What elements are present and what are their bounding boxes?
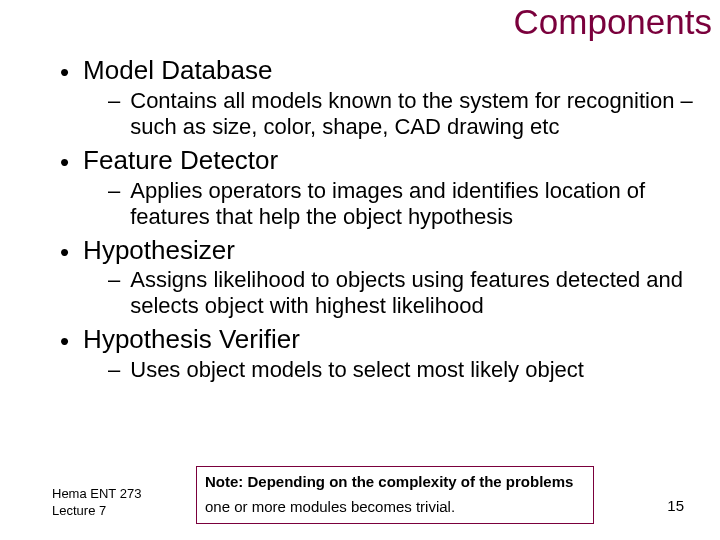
bullet-heading: Model Database	[83, 56, 272, 86]
sub-bullet-item: – Applies operators to images and identi…	[108, 178, 700, 230]
bullet-marker: •	[60, 149, 69, 175]
bullet-heading: Hypothesizer	[83, 236, 235, 266]
bullet-marker: •	[60, 59, 69, 85]
sub-text: Contains all models known to the system …	[130, 88, 700, 140]
bullet-item: • Model Database	[52, 56, 700, 86]
footer-author: Hema ENT 273	[52, 485, 141, 503]
bullet-heading: Feature Detector	[83, 146, 278, 176]
bullet-marker: •	[60, 239, 69, 265]
bullet-marker: •	[60, 328, 69, 354]
bullet-item: • Hypothesizer	[52, 236, 700, 266]
slide-title: Components	[514, 2, 712, 42]
sub-text: Assigns likelihood to objects using feat…	[130, 267, 700, 319]
sub-marker: –	[108, 267, 120, 293]
sub-bullet-item: – Contains all models known to the syste…	[108, 88, 700, 140]
bullet-item: • Feature Detector	[52, 146, 700, 176]
footer-left: Hema ENT 273 Lecture 7	[52, 485, 141, 520]
sub-marker: –	[108, 178, 120, 204]
sub-text: Applies operators to images and identifi…	[130, 178, 700, 230]
note-box: Note: Depending on the complexity of the…	[196, 466, 594, 524]
page-number: 15	[667, 497, 684, 514]
sub-text: Uses object models to select most likely…	[130, 357, 584, 383]
sub-bullet-item: – Uses object models to select most like…	[108, 357, 700, 383]
note-line1: Note: Depending on the complexity of the…	[205, 473, 585, 490]
sub-bullet-item: – Assigns likelihood to objects using fe…	[108, 267, 700, 319]
bullet-item: • Hypothesis Verifier	[52, 325, 700, 355]
content-area: • Model Database – Contains all models k…	[52, 56, 700, 389]
note-line2: one or more modules becomes trivial.	[205, 498, 585, 515]
bullet-heading: Hypothesis Verifier	[83, 325, 300, 355]
sub-marker: –	[108, 357, 120, 383]
sub-marker: –	[108, 88, 120, 114]
footer-lecture: Lecture 7	[52, 502, 141, 520]
